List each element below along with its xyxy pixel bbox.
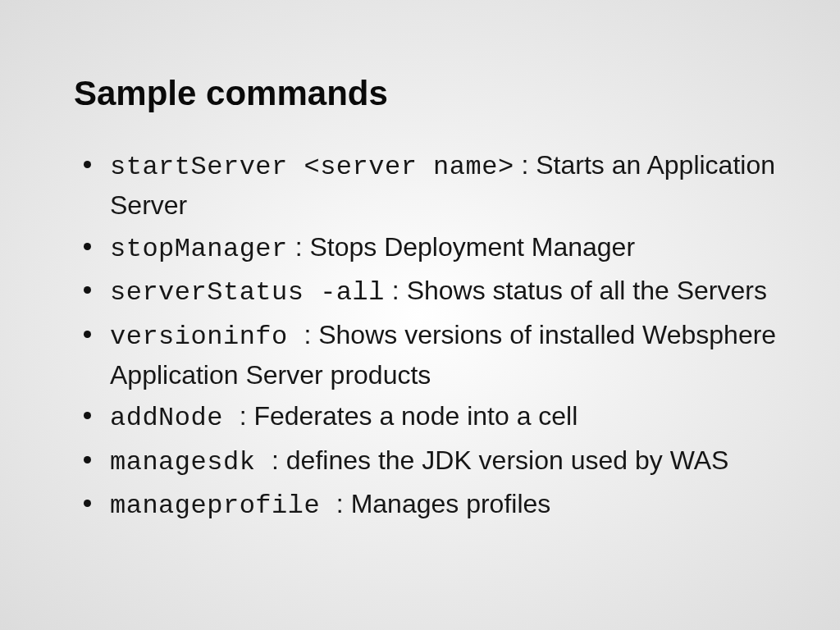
slide-title: Sample commands (74, 74, 783, 113)
list-item: managesdk : defines the JDK version used… (80, 441, 783, 482)
command-description: : Manages profiles (336, 489, 550, 518)
command-description: : Shows status of all the Servers (385, 276, 767, 305)
command-code: stopManager (110, 234, 288, 264)
command-code: startServer <server name> (110, 152, 514, 182)
slide: Sample commands startServer <server name… (0, 0, 840, 562)
command-description: : defines the JDK version used by WAS (272, 445, 728, 475)
command-list: startServer <server name> : Starts an Ap… (74, 146, 783, 526)
command-code: versioninfo (110, 322, 304, 352)
list-item: startServer <server name> : Starts an Ap… (80, 146, 783, 225)
command-description: : Stops Deployment Manager (288, 232, 635, 262)
command-code: serverStatus -all (110, 277, 385, 308)
command-code: managesdk (110, 447, 272, 477)
command-description: : Federates a node into a cell (240, 401, 578, 431)
list-item: stopManager : Stops Deployment Manager (80, 228, 783, 268)
list-item: versioninfo : Shows versions of installe… (80, 316, 783, 395)
command-code: addNode (110, 403, 240, 433)
list-item: addNode : Federates a node into a cell (80, 397, 783, 437)
list-item: serverStatus -all : Shows status of all … (80, 272, 783, 312)
list-item: manageprofile : Manages profiles (80, 485, 783, 525)
command-code: manageprofile (110, 491, 336, 521)
